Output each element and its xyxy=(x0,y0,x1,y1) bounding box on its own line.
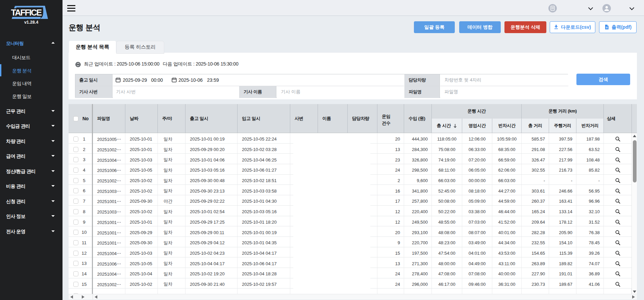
svg-text:TAFFICE: TAFFICE xyxy=(11,8,42,17)
